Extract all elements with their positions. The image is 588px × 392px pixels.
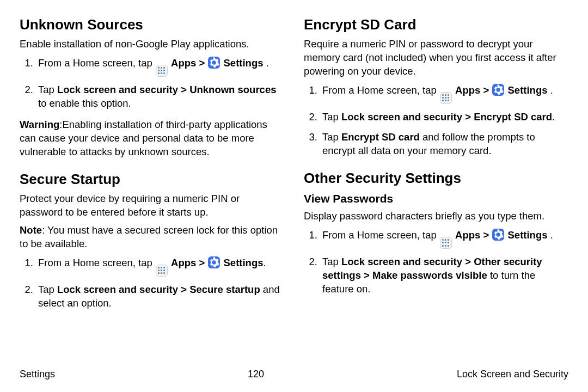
step-2: Tap Lock screen and security > Secure st… bbox=[36, 283, 284, 310]
steps-encrypt-sd: From a Home screen, tap Apps > Settings … bbox=[304, 84, 568, 158]
apps-icon bbox=[156, 65, 168, 77]
apps-icon bbox=[440, 237, 452, 249]
settings-icon bbox=[208, 256, 220, 268]
intro-unknown-sources: Enable installation of non-Google Play a… bbox=[20, 38, 284, 51]
footer-page-number: 120 bbox=[248, 369, 264, 380]
heading-view-passwords: View Passwords bbox=[304, 191, 568, 206]
note-secure-startup: Note: You must have a secured screen loc… bbox=[20, 224, 284, 251]
steps-view-passwords: From a Home screen, tap Apps > Settings … bbox=[304, 229, 568, 296]
content-columns: Unknown Sources Enable installation of n… bbox=[20, 15, 568, 364]
step-2: Tap Lock screen and security > Encrypt S… bbox=[320, 111, 568, 124]
step-1: From a Home screen, tap Apps > Settings … bbox=[36, 57, 284, 77]
intro-encrypt-sd: Require a numeric PIN or password to dec… bbox=[304, 38, 568, 78]
intro-view-passwords: Display password characters briefly as y… bbox=[304, 210, 568, 223]
page-footer: Settings 120 Lock Screen and Security bbox=[20, 369, 568, 380]
heading-other-security: Other Security Settings bbox=[304, 169, 568, 188]
heading-secure-startup: Secure Startup bbox=[20, 170, 284, 189]
step-2: Tap Lock screen and security > Unknown s… bbox=[36, 83, 284, 111]
left-column: Unknown Sources Enable installation of n… bbox=[20, 15, 284, 364]
step-2: Tap Lock screen and security > Other sec… bbox=[320, 255, 568, 296]
settings-icon bbox=[492, 229, 504, 241]
step-3: Tap Encrypt SD card and follow the promp… bbox=[320, 131, 568, 158]
heading-unknown-sources: Unknown Sources bbox=[20, 15, 284, 34]
warning-text: Warning:Enabling installation of third-p… bbox=[20, 118, 284, 159]
heading-encrypt-sd: Encrypt SD Card bbox=[304, 15, 568, 34]
settings-icon bbox=[208, 57, 220, 69]
steps-secure-startup: From a Home screen, tap Apps > Settings.… bbox=[20, 256, 284, 310]
apps-icon bbox=[156, 265, 168, 277]
footer-left: Settings bbox=[20, 369, 55, 380]
intro-secure-startup: Protect your device by requiring a numer… bbox=[20, 192, 284, 219]
right-column: Encrypt SD Card Require a numeric PIN or… bbox=[304, 15, 568, 364]
step-1: From a Home screen, tap Apps > Settings. bbox=[36, 256, 284, 277]
steps-unknown-sources: From a Home screen, tap Apps > Settings … bbox=[20, 57, 284, 111]
apps-icon bbox=[440, 92, 452, 104]
step-1: From a Home screen, tap Apps > Settings … bbox=[320, 229, 568, 249]
settings-icon bbox=[492, 84, 504, 96]
step-1: From a Home screen, tap Apps > Settings … bbox=[320, 84, 568, 104]
footer-right: Lock Screen and Security bbox=[457, 369, 568, 380]
